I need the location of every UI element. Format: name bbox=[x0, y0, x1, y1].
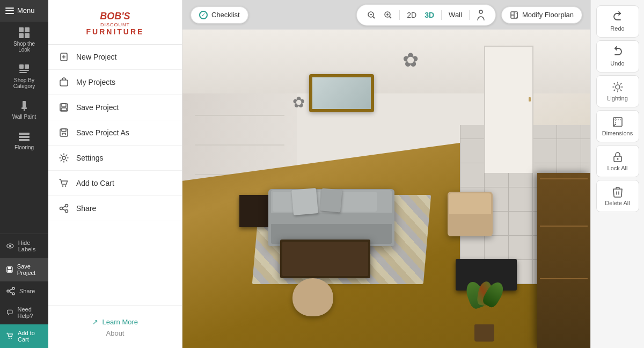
wall-decor-flowers: ✿ bbox=[402, 49, 419, 71]
about-label: About bbox=[59, 329, 171, 337]
sidebar-item-shop-category[interactable]: Shop By Category bbox=[0, 58, 48, 95]
settings-menu-item[interactable]: Settings bbox=[48, 146, 182, 171]
sidebar-item-wall-paint-label: Wall Paint bbox=[12, 114, 36, 120]
add-to-cart-bottom-label: Add to Cart bbox=[18, 330, 42, 343]
sofa-pillow-2 bbox=[320, 188, 342, 212]
view-3d-button[interactable]: 3D bbox=[422, 9, 437, 21]
save-icon bbox=[6, 265, 13, 274]
view-2d-button[interactable]: 2D bbox=[404, 9, 419, 21]
view-3d-label: 3D bbox=[425, 11, 434, 19]
svg-rect-8 bbox=[25, 64, 29, 69]
logo-area: BOB'S DISCOUNT FURNITURE bbox=[48, 0, 182, 45]
svg-rect-21 bbox=[8, 270, 11, 272]
hide-labels-button[interactable]: Hide Labels bbox=[0, 234, 48, 258]
wall-button[interactable]: Wall bbox=[446, 9, 465, 20]
top-bar: ✓ Checklist bbox=[182, 0, 590, 30]
my-projects-menu-item[interactable]: My Projects bbox=[48, 70, 182, 95]
svg-point-29 bbox=[9, 338, 10, 339]
svg-marker-28 bbox=[8, 314, 10, 315]
menu-button[interactable]: Menu bbox=[0, 0, 48, 21]
floorplan-icon bbox=[510, 11, 518, 19]
svg-point-59 bbox=[616, 85, 620, 89]
sidebar-item-shop-look-label: Shop the Look bbox=[13, 41, 35, 53]
save-project-bottom-label: Save Project bbox=[17, 263, 42, 276]
save-project-as-menu-item[interactable]: Save Project As bbox=[48, 120, 182, 146]
add-to-cart-bottom-button[interactable]: Add to Cart bbox=[0, 324, 48, 348]
sidebar-item-shop-look[interactable]: Shop the Look bbox=[0, 21, 48, 58]
add-to-cart-menu-item[interactable]: Add to Cart bbox=[48, 171, 182, 196]
svg-point-43 bbox=[60, 207, 63, 210]
menu-label: Menu bbox=[17, 6, 35, 15]
sidebar-item-wall-paint[interactable]: Wall Paint bbox=[0, 95, 48, 125]
wood-cabinet bbox=[537, 173, 590, 348]
zoom-out-button[interactable] bbox=[364, 9, 378, 21]
svg-rect-11 bbox=[23, 101, 26, 107]
divider-1 bbox=[399, 10, 400, 20]
wall-decor-flowers-2: ✿ bbox=[292, 93, 305, 111]
delete-all-label: Delete All bbox=[605, 200, 630, 206]
svg-line-54 bbox=[390, 17, 391, 18]
share-bottom-button[interactable]: Share bbox=[0, 281, 48, 301]
my-projects-icon bbox=[59, 77, 69, 87]
share-label: Share bbox=[76, 204, 96, 213]
zoom-in-button[interactable] bbox=[381, 9, 395, 21]
checklist-button[interactable]: ✓ Checklist bbox=[191, 6, 248, 24]
lighting-button[interactable]: Lighting bbox=[596, 75, 639, 107]
share-menu-item[interactable]: Share bbox=[48, 196, 182, 221]
checklist-icon: ✓ bbox=[199, 11, 208, 19]
view-2d-label: 2D bbox=[407, 11, 416, 19]
svg-point-64 bbox=[617, 158, 618, 160]
sidebar-item-shop-category-label: Shop By Category bbox=[13, 77, 35, 89]
save-project-menu-item[interactable]: Save Project bbox=[48, 95, 182, 120]
svg-point-24 bbox=[12, 293, 14, 295]
svg-rect-39 bbox=[62, 129, 66, 132]
need-help-button[interactable]: Need Help? bbox=[0, 301, 48, 324]
logo-furniture: FURNITURE bbox=[59, 27, 171, 36]
coffee-table bbox=[280, 240, 370, 278]
redo-icon bbox=[612, 11, 624, 23]
sidebar: Menu Shop the Look Shop By Category Wall… bbox=[0, 0, 48, 348]
svg-rect-4 bbox=[25, 27, 30, 32]
right-panel: Redo Undo Lighting Dimensions Lock All bbox=[590, 0, 644, 348]
new-project-label: New Project bbox=[76, 53, 116, 61]
category-icon bbox=[18, 63, 30, 75]
learn-more-link[interactable]: ↗ Learn More bbox=[92, 318, 138, 326]
cart-menu-icon bbox=[59, 178, 69, 188]
svg-point-40 bbox=[62, 156, 65, 160]
svg-point-41 bbox=[62, 185, 64, 187]
person-view-button[interactable] bbox=[474, 8, 488, 22]
svg-point-18 bbox=[9, 245, 11, 247]
svg-rect-5 bbox=[19, 33, 24, 38]
svg-rect-34 bbox=[60, 80, 68, 86]
undo-button[interactable]: Undo bbox=[596, 40, 639, 73]
save-project-bottom-button[interactable]: Save Project bbox=[0, 258, 48, 281]
help-icon bbox=[6, 308, 13, 317]
room-canvas[interactable]: ✿ ✿ bbox=[182, 30, 590, 348]
modify-floorplan-button[interactable]: Modify Floorplan bbox=[501, 6, 582, 24]
sidebar-item-flooring[interactable]: Flooring bbox=[0, 125, 48, 156]
svg-rect-3 bbox=[19, 27, 24, 32]
zoom-in-icon bbox=[384, 11, 392, 19]
side-table bbox=[239, 195, 268, 227]
room-3d-view[interactable]: ✿ ✿ bbox=[182, 30, 590, 348]
svg-rect-9 bbox=[19, 70, 29, 71]
dimensions-button[interactable]: Dimensions bbox=[596, 110, 639, 142]
svg-rect-14 bbox=[19, 133, 30, 135]
share-icon bbox=[6, 287, 15, 295]
svg-rect-27 bbox=[8, 310, 12, 314]
svg-point-45 bbox=[65, 210, 68, 213]
save-project-label: Save Project bbox=[76, 103, 119, 112]
lock-all-button[interactable]: Lock All bbox=[596, 145, 639, 177]
save-project-icon bbox=[59, 103, 69, 112]
redo-button[interactable]: Redo bbox=[596, 5, 639, 38]
svg-line-26 bbox=[9, 292, 12, 293]
logo-bobs: BOB'S bbox=[100, 11, 130, 21]
svg-point-44 bbox=[65, 205, 68, 207]
new-project-menu-item[interactable]: New Project bbox=[48, 45, 182, 70]
delete-all-button[interactable]: Delete All bbox=[596, 180, 639, 212]
svg-rect-37 bbox=[61, 108, 67, 111]
svg-point-30 bbox=[11, 338, 12, 339]
svg-point-23 bbox=[12, 287, 14, 289]
cart-icon bbox=[6, 332, 13, 340]
svg-point-22 bbox=[7, 290, 9, 292]
